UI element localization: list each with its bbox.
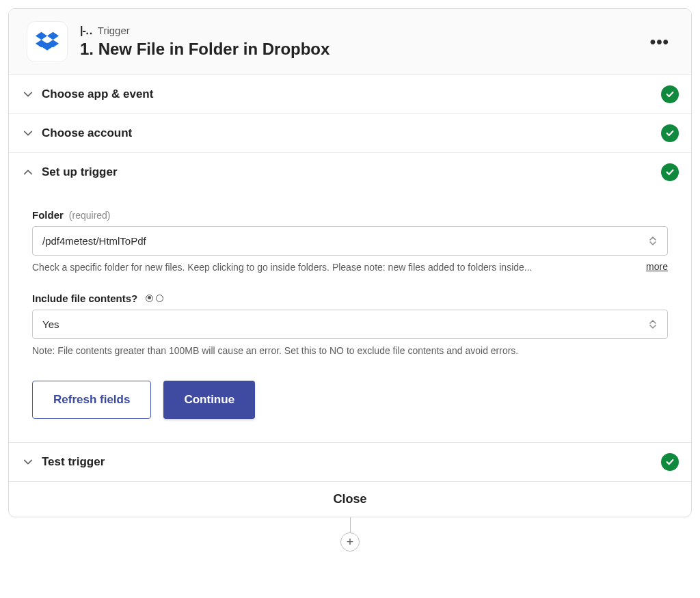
field-folder: Folder (required) /pdf4metest/HtmlToPdf … [32,209,668,275]
chevron-down-icon [21,455,35,469]
folder-helper-text: Check a specific folder for new files. K… [32,261,635,275]
radio-empty-icon [156,295,163,302]
more-menu-button[interactable]: ••• [646,29,673,54]
helper-row: Check a specific folder for new files. K… [32,261,668,275]
section-setup-trigger[interactable]: Set up trigger [9,153,691,191]
section-choose-account[interactable]: Choose account [9,114,691,153]
section-choose-app-event[interactable]: Choose app & event [9,75,691,114]
field-required-radio-icon [146,295,163,302]
chevron-down-icon [21,126,35,140]
step-header: |‑‥ Trigger 1. New File in Folder in Dro… [9,9,691,75]
step-title: 1. New File in Folder in Dropbox [80,39,646,59]
status-complete-icon [661,124,679,142]
plus-icon: + [347,536,354,548]
header-text: |‑‥ Trigger 1. New File in Folder in Dro… [80,24,646,59]
section-label: Choose app & event [42,87,661,101]
section-label: Set up trigger [42,165,661,179]
trigger-step-panel: |‑‥ Trigger 1. New File in Folder in Dro… [8,8,692,517]
status-complete-icon [661,453,679,471]
field-label: Include file contents? [32,293,137,304]
field-required-hint: (required) [69,210,111,221]
radio-filled-icon [146,295,153,302]
chevron-down-icon [21,87,35,101]
dropbox-icon [36,31,59,52]
folder-select[interactable]: /pdf4metest/HtmlToPdf [32,226,668,256]
folder-select-value: /pdf4metest/HtmlToPdf [42,235,648,247]
status-complete-icon [661,163,679,181]
buttons-row: Refresh fields Continue [32,381,668,419]
trigger-glyph-icon: |‑‥ [80,24,92,37]
app-icon-container [27,21,68,62]
header-kicker: |‑‥ Trigger [80,24,646,37]
add-step-button[interactable]: + [340,532,360,552]
section-label: Test trigger [42,455,661,469]
helper-row: Note: File contents greater than 100MB w… [32,344,668,358]
select-stepper-icon [648,236,658,245]
setup-trigger-body: Folder (required) /pdf4metest/HtmlToPdf … [9,191,691,443]
header-kicker-label: Trigger [98,25,130,36]
more-link[interactable]: more [646,261,668,272]
field-label-row: Folder (required) [32,209,668,221]
status-complete-icon [661,85,679,103]
include-contents-select[interactable]: Yes [32,310,668,339]
include-contents-value: Yes [42,318,648,330]
field-label-row: Include file contents? [32,293,668,304]
connector-line [350,517,351,532]
section-label: Choose account [42,126,661,140]
select-stepper-icon [648,320,658,329]
field-label: Folder [32,209,64,221]
field-include-contents: Include file contents? Yes Note: File co… [32,293,668,358]
section-test-trigger[interactable]: Test trigger [9,443,691,482]
refresh-fields-button[interactable]: Refresh fields [32,381,151,419]
add-step-below: + [8,517,692,552]
continue-button[interactable]: Continue [163,381,255,419]
chevron-up-icon [21,165,35,179]
close-button[interactable]: Close [9,482,691,517]
include-contents-helper-text: Note: File contents greater than 100MB w… [32,344,668,358]
